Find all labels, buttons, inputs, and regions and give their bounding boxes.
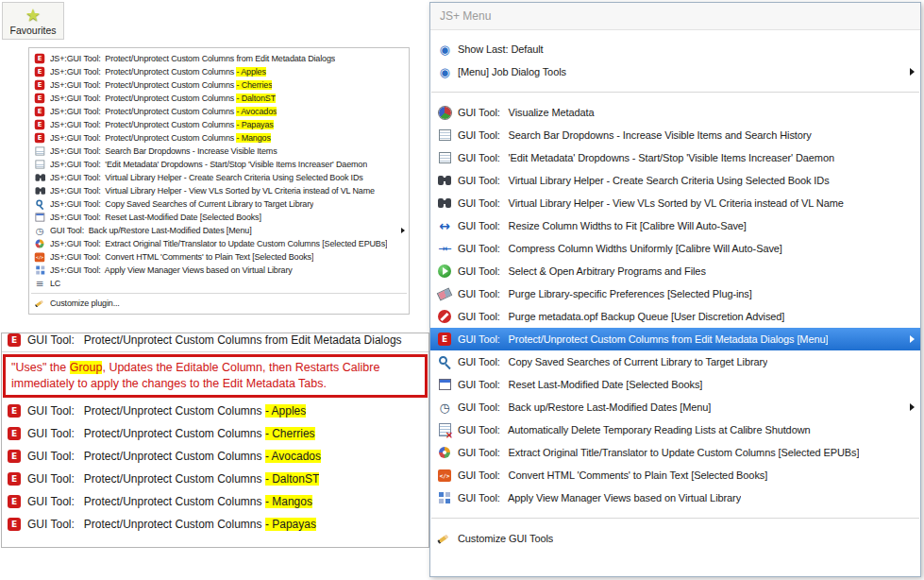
menu-item[interactable]: JS+:GUI Tool: Protect/Unprotect Custom C… [29,78,409,92]
menu-item-text: Show Last: Default [458,43,544,55]
menu-item[interactable]: JS+:GUI Tool: Protect/Unprotect Custom C… [29,118,409,131]
menu-item-label: JS+:GUI Tool: Copy Saved Searches of Cur… [50,199,313,209]
menu-item[interactable]: JS+:GUI Tool: Convert HTML 'Comments' to… [29,250,409,264]
favourites-button[interactable]: Favourites [2,2,64,40]
menu-item-text: JS+:GUI Tool: Protect/Unprotect Custom C… [50,107,236,116]
menu-item-text: GUI Tool: Back up/Restore Last-Modified … [458,401,711,413]
menu-item[interactable]: GUI Tool: Protect/Unprotect Custom Colum… [2,422,428,445]
menu-item[interactable]: GUI Tool: Automatically Delete Temporary… [430,418,920,441]
backup-dates-icon [35,225,45,236]
menu-item[interactable]: GUI Tool: Convert HTML 'Comments' to Pla… [430,464,920,486]
extract-icon [437,445,452,460]
menu-item[interactable]: GUI Tool: 'Edit Metadata' Dropdowns - St… [430,146,920,169]
jsplus-menu-items: Show Last: Default[Menu] Job Dialog Tool… [430,30,920,550]
menu-item[interactable]: GUI Tool: Protect/Unprotect Custom Colum… [2,445,428,468]
menu-item[interactable]: GUI Tool: Visualize Metadata [430,101,920,124]
menu-item[interactable]: GUI Tool: Protect/Unprotect Custom Colum… [2,468,428,490]
menu-item-text: GUI Tool: Compress Column Widths Uniform… [458,243,782,254]
menu-item[interactable]: JS+:GUI Tool: Virtual Library Helper - V… [29,184,409,197]
menu-item-label: GUI Tool: Automatically Delete Temporary… [458,424,811,435]
window-title: JS+ Menu [440,9,491,23]
combobox-icon [437,150,452,165]
menu-item[interactable]: GUI Tool: Apply View Manager Views based… [430,486,920,509]
menu-item[interactable]: JS+:GUI Tool: Protect/Unprotect Custom C… [29,65,409,78]
menu-item[interactable]: JS+:GUI Tool: Copy Saved Searches of Cur… [29,197,409,211]
menu-item[interactable]: JS+:GUI Tool: Search Bar Dropdowns - Inc… [29,145,409,158]
menu-item[interactable]: GUI Tool: Protect/Unprotect Custom Colum… [2,333,428,351]
menu-item[interactable]: GUI Tool: Search Bar Dropdowns - Increas… [430,124,920,146]
menu-item[interactable]: GUI Tool: Protect/Unprotect Custom Colum… [2,490,428,513]
compress-icon [437,241,452,256]
menu-item[interactable]: JS+:GUI Tool: Extract Original Title/Tra… [29,237,409,250]
view-manager-icon [35,264,45,276]
menu-item[interactable]: JS+:GUI Tool: Protect/Unprotect Custom C… [29,52,409,65]
menu-item[interactable]: LC [29,277,409,290]
menu-item-text: GUI Tool: Protect/Unprotect Custom Colum… [458,333,828,345]
menu-item-label: JS+:GUI Tool: Protect/Unprotect Custom C… [50,133,271,143]
menu-item-highlight: - DaltonST [265,472,319,486]
menu-item-text: JS+:GUI Tool: Protect/Unprotect Custom C… [50,120,236,129]
menu-item-text: Customize GUI Tools [458,533,553,544]
menu-item[interactable]: JS+:GUI Tool: Protect/Unprotect Custom C… [29,105,409,118]
combobox-icon [437,128,452,143]
menu-item-label: GUI Tool: Protect/Unprotect Custom Colum… [458,333,828,345]
menu-item-text: JS+:GUI Tool: Apply View Manager Views b… [50,265,293,275]
menu-item-text: GUI Tool: Search Bar Dropdowns - Increas… [458,129,812,141]
menu-item[interactable]: Show Last: Default [430,38,920,60]
menu-item[interactable]: GUI Tool: Reset Last-Modified Date [Sele… [430,373,920,396]
menu-item-text: GUI Tool: Reset Last-Modified Date [Sele… [458,379,702,390]
menu-item[interactable]: GUI Tool: Purge Library-specific Prefere… [430,282,920,305]
menu-item-label: JS+:GUI Tool: Apply View Manager Views b… [50,265,293,275]
menu-item[interactable]: JS+:GUI Tool: Protect/Unprotect Custom C… [29,131,409,145]
menu-item[interactable]: JS+:GUI Tool: Protect/Unprotect Custom C… [29,92,409,105]
menu-item-label: GUI Tool: Purge Library-specific Prefere… [458,288,752,299]
reset-date-icon [437,377,452,392]
menu-item[interactable]: JS+:GUI Tool: Virtual Library Helper - C… [29,171,409,184]
menu-item-label: JS+:GUI Tool: Protect/Unprotect Custom C… [50,120,274,129]
menu-item[interactable]: GUI Tool: Resize Column Widths to Fit [C… [430,214,920,237]
eye-icon [437,42,452,57]
menu-item-text: GUI Tool: Automatically Delete Temporary… [458,424,811,435]
window-titlebar[interactable]: JS+ Menu [430,3,920,30]
menu-item[interactable]: GUI Tool: Purge metadata.opf Backup Queu… [430,305,920,328]
binoculars-icon [437,196,452,211]
menu-item-highlight: - Cherries [265,427,315,440]
menu-item-text: JS+:GUI Tool: Protect/Unprotect Custom C… [50,67,236,77]
menu-item[interactable]: GUI Tool: Protect/Unprotect Custom Colum… [430,328,920,350]
menu-item[interactable]: GUI Tool: Back up/Restore Last-Modified … [29,224,409,237]
menu-item[interactable]: Customize GUI Tools [430,527,920,550]
menu-item[interactable]: GUI Tool: Virtual Library Helper - View … [430,192,920,214]
menu-item[interactable]: [Menu] Job Dialog Tools [430,60,920,83]
menu-item-text: GUI Tool: Apply View Manager Views based… [458,492,741,503]
menu-item-label: GUI Tool: Virtual Library Helper - View … [458,197,844,209]
menu-item-label: GUI Tool: Back up/Restore Last-Modified … [458,401,711,413]
protect-columns-icon [7,426,22,441]
protect-columns-icon [35,93,45,104]
menu-item-highlight: - Papayas [236,120,273,129]
menu-item-text: [Menu] Job Dialog Tools [458,66,566,77]
menu-item[interactable]: GUI Tool: Back up/Restore Last-Modified … [430,396,920,418]
menu-item-text: JS+:GUI Tool: Protect/Unprotect Custom C… [50,133,236,143]
menu-item-label: JS+:GUI Tool: Protect/Unprotect Custom C… [50,107,277,116]
menu-item[interactable]: GUI Tool: Compress Column Widths Uniform… [430,237,920,260]
menu-item[interactable]: GUI Tool: Extract Original Title/Transla… [430,441,920,464]
submenu-arrow-icon [910,68,915,76]
menu-item[interactable]: GUI Tool: Protect/Unprotect Custom Colum… [2,513,428,536]
menu-item[interactable]: GUI Tool: Select & Open Arbitrary Progra… [430,260,920,282]
menu-item-text: GUI Tool: Protect/Unprotect Custom Colum… [27,450,265,463]
menu-item[interactable]: GUI Tool: Protect/Unprotect Custom Colum… [2,400,428,422]
submenu-arrow-icon [910,403,915,411]
menu-item[interactable]: JS+:GUI Tool: Reset Last-Modified Date [… [29,211,409,224]
menu-item-label: JS+:GUI Tool: Virtual Library Helper - C… [50,173,363,182]
menu-item[interactable]: JS+:GUI Tool: Apply View Manager Views b… [29,264,409,277]
lc-icon [35,278,45,289]
menu-item-highlight: - Cherries [236,80,272,90]
menu-item-label: GUI Tool: Search Bar Dropdowns - Increas… [458,129,812,141]
menu-item[interactable]: GUI Tool: Copy Saved Searches of Current… [430,350,920,373]
menu-item-label: GUI Tool: Convert HTML 'Comments' to Pla… [458,469,767,481]
menu-item[interactable]: JS+:GUI Tool: 'Edit Metadata' Dropdowns … [29,158,409,171]
auto-delete-icon [437,422,452,437]
menu-item[interactable]: Customize plugin... [29,297,409,310]
menu-item-text: JS+:GUI Tool: Copy Saved Searches of Cur… [50,199,313,209]
menu-item[interactable]: GUI Tool: Virtual Library Helper - Creat… [430,169,920,192]
